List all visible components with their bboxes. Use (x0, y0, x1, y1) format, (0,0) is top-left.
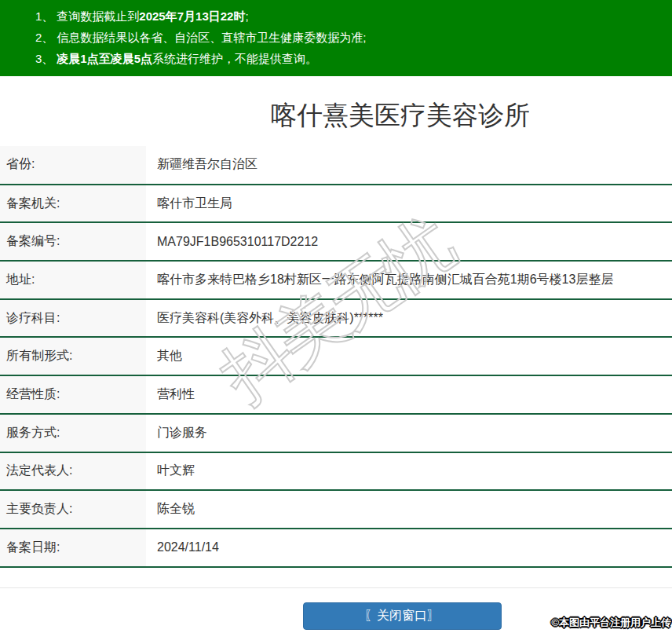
field-label: 地址: (0, 261, 146, 299)
notice-item-1: 1、查询数据截止到2025年7月13日22时; (35, 5, 664, 27)
notice-text: 信息数据结果以各省、自治区、直辖市卫生健康委数据为准; (57, 31, 366, 44)
field-value: 新疆维吾尔自治区 (146, 146, 672, 185)
field-value: MA79JF1B965310117D2212 (146, 222, 672, 261)
field-label: 省份: (0, 146, 146, 185)
notice-text-bold: 凌晨1点至凌晨5点 (57, 52, 152, 65)
table-row: 地址:喀什市多来特巴格乡18村新区一路东侧阿瓦提路南侧汇城百合苑1期6号楼13层… (0, 261, 672, 299)
close-window-button[interactable]: 〖关闭窗口〗 (303, 602, 502, 630)
page-title: 喀什熹美医疗美容诊所 (0, 101, 672, 130)
field-value: 营利性 (146, 375, 672, 414)
field-value: 2024/11/14 (146, 529, 672, 567)
field-value: 叶文辉 (146, 452, 672, 491)
table-row: 备案机关:喀什市卫生局 (0, 185, 672, 223)
field-label: 备案机关: (0, 185, 146, 223)
field-label: 主要负责人: (0, 490, 146, 529)
table-row: 备案日期:2024/11/14 (0, 529, 672, 567)
field-value: 陈全锐 (146, 490, 672, 529)
field-label: 所有制形式: (0, 337, 146, 375)
table-row: 主要负责人:陈全锐 (0, 490, 672, 529)
notice-text: 系统进行维护，不能提供查询。 (152, 52, 317, 65)
notice-item-3: 3、凌晨1点至凌晨5点系统进行维护，不能提供查询。 (35, 48, 664, 69)
table-row: 服务方式:门诊服务 (0, 414, 672, 452)
notice-banner: 1、查询数据截止到2025年7月13日22时; 2、信息数据结果以各省、自治区、… (0, 0, 672, 76)
field-value: 喀什市多来特巴格乡18村新区一路东侧阿瓦提路南侧汇城百合苑1期6号楼13层整层 (146, 261, 672, 299)
field-value: 医疗美容科(美容外科、美容皮肤科)****** (146, 299, 672, 338)
record-table: 省份:新疆维吾尔自治区备案机关:喀什市卫生局备案编号:MA79JF1B96531… (0, 146, 672, 568)
table-row: 诊疗科目:医疗美容科(美容外科、美容皮肤科)****** (0, 299, 672, 338)
divider (0, 587, 672, 588)
notice-text: 查询数据截止到 (57, 9, 139, 23)
notice-text: ; (245, 9, 248, 23)
table-row: 经营性质:营利性 (0, 375, 672, 414)
field-label: 备案日期: (0, 529, 146, 567)
notice-number: 2、 (35, 31, 53, 44)
field-value: 门诊服务 (146, 414, 672, 452)
field-label: 诊疗科目: (0, 299, 146, 338)
notice-number: 3、 (35, 52, 53, 65)
field-label: 法定代表人: (0, 452, 146, 491)
field-value: 喀什市卫生局 (146, 185, 672, 223)
table-row: 法定代表人:叶文辉 (0, 452, 672, 491)
table-row: 所有制形式:其他 (0, 337, 672, 375)
table-row: 备案编号:MA79JF1B965310117D2212 (0, 222, 672, 261)
table-row: 省份:新疆维吾尔自治区 (0, 146, 672, 185)
field-label: 经营性质: (0, 375, 146, 414)
notice-item-2: 2、信息数据结果以各省、自治区、直辖市卫生健康委数据为准; (35, 27, 664, 48)
upload-credit-watermark: ©本图由平台注册用户上传 (551, 616, 671, 630)
notice-number: 1、 (35, 9, 53, 23)
field-value: 其他 (146, 337, 672, 375)
field-label: 服务方式: (0, 414, 146, 452)
field-label: 备案编号: (0, 222, 146, 261)
notice-text-bold: 2025年7月13日22时 (139, 9, 245, 23)
